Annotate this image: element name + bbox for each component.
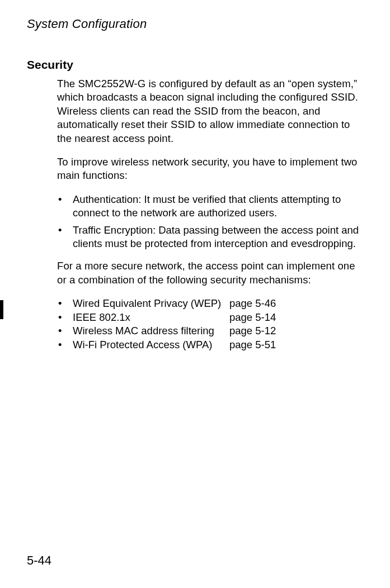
list-item-text: Traffic Encryption: Data passing between… — [73, 224, 362, 251]
mechanism-name: Wired Equivalent Privacy (WEP) — [73, 297, 229, 310]
paragraph-intro: The SMC2552W-G is configured by default … — [57, 77, 362, 145]
list-item: • IEEE 802.1x page 5-14 — [57, 311, 362, 324]
list-item: • Wireless MAC address filtering page 5-… — [57, 324, 362, 338]
list-item: • Wi-Fi Protected Access (WPA) page 5-51 — [57, 338, 362, 352]
mechanism-name: IEEE 802.1x — [73, 311, 229, 324]
page-edge-tab — [0, 300, 3, 319]
paragraph-mechanisms-lead: For a more secure network, the access po… — [57, 259, 362, 287]
chapter-title: System Configuration — [27, 17, 363, 31]
mechanism-name: Wi-Fi Protected Access (WPA) — [73, 338, 229, 352]
bullet-icon: • — [57, 338, 73, 352]
paragraph-functions-lead: To improve wireless network security, yo… — [57, 155, 362, 183]
mechanisms-list: • Wired Equivalent Privacy (WEP) page 5-… — [57, 297, 362, 352]
bullet-icon: • — [57, 311, 73, 324]
page-number: 5-44 — [27, 553, 51, 568]
list-item: • Traffic Encryption: Data passing betwe… — [57, 224, 362, 251]
mechanism-page-ref: page 5-14 — [229, 311, 276, 324]
bullet-icon: • — [57, 224, 73, 251]
mechanism-page-ref: page 5-51 — [229, 338, 276, 352]
bullet-icon: • — [57, 193, 73, 220]
content-body: The SMC2552W-G is configured by default … — [57, 77, 362, 352]
functions-list: • Authentication: It must be verified th… — [57, 193, 362, 251]
section-heading-security: Security — [27, 58, 363, 72]
list-item: • Authentication: It must be verified th… — [57, 193, 362, 220]
mechanism-page-ref: page 5-12 — [229, 324, 276, 338]
bullet-icon: • — [57, 297, 73, 310]
mechanism-page-ref: page 5-46 — [229, 297, 276, 310]
list-item: • Wired Equivalent Privacy (WEP) page 5-… — [57, 297, 362, 310]
list-item-text: Authentication: It must be verified that… — [73, 193, 362, 220]
mechanism-name: Wireless MAC address filtering — [73, 324, 229, 338]
bullet-icon: • — [57, 324, 73, 338]
